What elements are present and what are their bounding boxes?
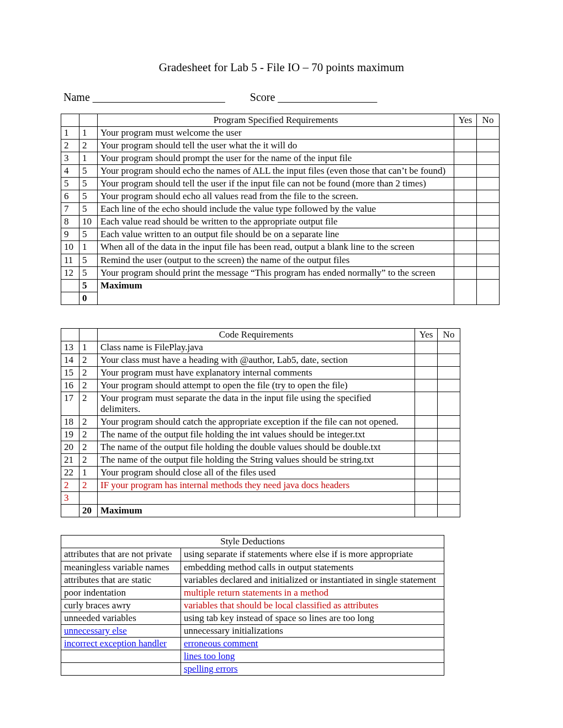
row-desc: Your program should print the message “T… <box>98 266 454 279</box>
row-desc: Your program should tell the user if the… <box>98 178 454 190</box>
row-pts: 2 <box>79 441 98 454</box>
row-pts: 2 <box>79 354 98 366</box>
style-left-cell <box>61 662 181 675</box>
table-row: 22Your program should tell the user what… <box>61 140 500 152</box>
row-desc: The name of the output file holding the … <box>98 454 415 467</box>
row-pts: 1 <box>79 127 98 140</box>
table-row: 65Your program should echo all values re… <box>61 190 500 203</box>
no-cell <box>438 429 460 441</box>
no-cell <box>438 416 460 429</box>
row-num: 8 <box>61 216 79 228</box>
row-num: 18 <box>61 416 79 429</box>
no-cell <box>438 441 460 454</box>
row-desc: Each line of the echo should include the… <box>98 203 454 216</box>
table3-header: Style Deductions <box>61 536 444 548</box>
row-num: 4 <box>61 165 79 178</box>
table1-max-row: 5 Maximum <box>61 279 500 292</box>
row-desc: Your program must have explanatory inter… <box>98 366 415 379</box>
style-left-cell: poor indentation <box>61 586 181 599</box>
row-pts: 1 <box>79 152 98 165</box>
row-pts: 10 <box>79 216 98 228</box>
table-row: 182Your program should catch the appropr… <box>61 416 460 429</box>
row-num: 12 <box>61 266 79 279</box>
table-row: 125Your program should print the message… <box>61 266 500 279</box>
yes-cell <box>415 354 438 366</box>
yes-cell <box>415 392 438 415</box>
table-row: attributes that are not privateusing sep… <box>61 548 444 561</box>
no-cell <box>438 354 460 366</box>
table-row: 142Your class must have a heading with @… <box>61 354 460 366</box>
table-row: attributes that are staticvariables decl… <box>61 574 444 586</box>
yes-cell <box>415 379 438 392</box>
table-header-row: Style Deductions <box>61 536 444 548</box>
row-pts: 5 <box>79 165 98 178</box>
table-row: 115Remind the user (output to the screen… <box>61 254 500 266</box>
row-num: 11 <box>61 254 79 266</box>
row-pts: 2 <box>79 429 98 441</box>
row-pts: 5 <box>79 190 98 203</box>
row-num: 22 <box>61 467 79 479</box>
yes-cell <box>454 216 477 228</box>
row-num: 21 <box>61 454 79 467</box>
row-num: 9 <box>61 228 79 241</box>
row-desc: Each value read should be written to the… <box>98 216 454 228</box>
no-cell <box>477 241 500 254</box>
yes-cell <box>454 203 477 216</box>
row-pts: 5 <box>79 203 98 216</box>
row-num: 1 <box>61 127 79 140</box>
table-row: unneeded variablesusing tab key instead … <box>61 612 444 624</box>
style-right-cell: lines too long <box>181 650 444 662</box>
row-num: 13 <box>61 341 79 354</box>
row-pts: 2 <box>79 379 98 392</box>
table-row: 131Class name is FilePlay.java <box>61 341 460 354</box>
row-pts: 2 <box>79 479 98 492</box>
yes-cell <box>415 454 438 467</box>
style-right-cell: erroneous comment <box>181 637 444 650</box>
table-row: 31Your program should prompt the user fo… <box>61 152 500 165</box>
table-row: curly braces awryvariables that should b… <box>61 599 444 612</box>
yes-cell <box>415 429 438 441</box>
page-title: Gradesheet for Lab 5 - File IO – 70 poin… <box>61 61 502 74</box>
yes-cell <box>454 266 477 279</box>
table-header-row: Program Specified Requirements Yes No <box>61 114 500 127</box>
no-cell <box>477 127 500 140</box>
yes-cell <box>454 140 477 152</box>
table1-header: Program Specified Requirements <box>98 114 454 127</box>
style-left-cell: unnecessary else <box>61 624 181 637</box>
table-row: 152Your program must have explanatory in… <box>61 366 460 379</box>
style-left-cell: incorrect exception handler <box>61 637 181 650</box>
no-cell <box>477 165 500 178</box>
row-pts: 5 <box>79 266 98 279</box>
table-row: 101When all of the data in the input fil… <box>61 241 500 254</box>
row-desc: IF your program has internal methods the… <box>98 479 415 492</box>
row-desc: The name of the output file holding the … <box>98 429 415 441</box>
row-desc: Your program should echo all values read… <box>98 190 454 203</box>
style-right-cell: embedding method calls in output stateme… <box>181 561 444 574</box>
style-right-cell: variables declared and initialized or in… <box>181 574 444 586</box>
yes-cell <box>415 467 438 479</box>
row-pts: 1 <box>79 341 98 354</box>
row-pts: 5 <box>79 178 98 190</box>
no-cell <box>438 392 460 415</box>
table-row: 162Your program should attempt to open t… <box>61 379 460 392</box>
row-num: 6 <box>61 190 79 203</box>
row-pts: 2 <box>79 416 98 429</box>
table2-max-label: Maximum <box>98 505 415 517</box>
style-left-cell: attributes that are static <box>61 574 181 586</box>
no-cell <box>477 216 500 228</box>
row-desc: Each value written to an output file sho… <box>98 228 454 241</box>
table-row: 75Each line of the echo should include t… <box>61 203 500 216</box>
row-num: 19 <box>61 429 79 441</box>
table1-max-label: Maximum <box>98 279 454 304</box>
no-cell <box>438 341 460 354</box>
table-row: 202The name of the output file holding t… <box>61 441 460 454</box>
table-row: unnecessary elseunnecessary initializati… <box>61 624 444 637</box>
row-desc: Your program should tell the user what t… <box>98 140 454 152</box>
table-row: 192The name of the output file holding t… <box>61 429 460 441</box>
table-row: 55Your program should tell the user if t… <box>61 178 500 190</box>
extra-n: 3 <box>61 492 79 505</box>
row-desc: The name of the output file holding the … <box>98 441 415 454</box>
score-label: Score <box>250 91 278 103</box>
no-cell <box>438 467 460 479</box>
row-num: 14 <box>61 354 79 366</box>
